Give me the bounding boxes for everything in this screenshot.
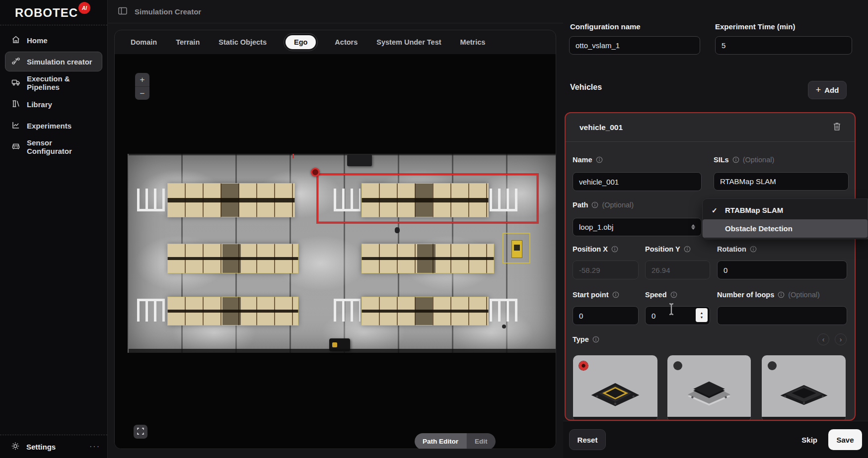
add-vehicle-button[interactable]: + Add (808, 81, 847, 99)
delete-vehicle-button[interactable] (831, 121, 843, 134)
info-icon (732, 156, 739, 163)
rack (167, 244, 298, 273)
type-radio[interactable] (673, 361, 682, 370)
more-icon[interactable]: ··· (89, 442, 100, 451)
tab-terrain[interactable]: Terrain (176, 38, 200, 46)
spinner-stepper[interactable]: ▲ ▼ (696, 308, 708, 322)
sidebar-item-sensor-configurator[interactable]: Sensor Configurator (5, 137, 102, 157)
sidebar-item-home[interactable]: Home (5, 30, 102, 50)
vehicle-type-card[interactable] (762, 355, 846, 421)
type-card-footer (762, 417, 846, 421)
carousel-left-button[interactable]: ‹ (817, 333, 829, 345)
panel-toggle-icon[interactable] (118, 6, 128, 17)
start-point-input[interactable] (573, 306, 639, 325)
robot-type-image (681, 373, 737, 409)
viewport-canvas[interactable]: + − (115, 54, 556, 449)
logo: ROBOTEC AI (0, 0, 107, 24)
spin-up-icon[interactable]: ▲ (700, 311, 704, 315)
vehicles-heading: Vehicles (570, 83, 602, 92)
vehicle-type-card[interactable] (573, 355, 657, 421)
spin-down-icon[interactable]: ▼ (700, 315, 704, 320)
config-panel: Configuration name Experiment Time (min)… (563, 0, 868, 458)
info-icon (750, 246, 757, 253)
path-select[interactable]: loop_1.obj (573, 218, 702, 236)
text-cursor (668, 303, 675, 317)
dropdown-item-rtabmap-slam[interactable]: ✓ RTABMap SLAM (703, 201, 868, 219)
tab-actors[interactable]: Actors (335, 38, 358, 46)
carousel-right-button[interactable]: › (835, 333, 847, 345)
books-icon (11, 99, 20, 110)
sidebar-item-label: Execution & Pipelines (27, 74, 96, 91)
path-start-node[interactable] (311, 168, 320, 177)
sidebar-footer: Settings ··· (0, 435, 107, 458)
sils-dropdown-menu: ✓ RTABMap SLAM Obstacle Detection (702, 198, 868, 239)
position-x-input (573, 261, 639, 279)
settings-label[interactable]: Settings (26, 443, 83, 451)
skip-button[interactable]: Skip (791, 436, 828, 444)
configuration-name-label: Configuration name (570, 22, 641, 31)
speed-label: Speed (645, 291, 677, 299)
tab-static-objects[interactable]: Static Objects (218, 38, 267, 46)
zoom-in-button[interactable]: + (135, 73, 149, 86)
rotation-label: Rotation (717, 245, 757, 253)
experiment-time-label: Experiment Time (min) (715, 22, 795, 31)
gear-icon (11, 442, 20, 452)
plus-icon: + (816, 85, 821, 95)
edit-button[interactable]: Edit (466, 433, 496, 449)
tab-system-under-test[interactable]: System Under Test (376, 38, 441, 46)
sidebar-item-label: Home (27, 36, 48, 45)
rack-endcap (137, 299, 165, 322)
fullscreen-button[interactable] (134, 425, 147, 439)
number-of-loops-label: Number of loops (Optional) (717, 291, 820, 299)
rack (167, 297, 298, 326)
vehicle-card: vehicle_001 Name SILs (Optional) RTABMap… (565, 112, 856, 421)
divider (0, 25, 107, 25)
position-x-label: Position X (573, 245, 618, 253)
truck-icon (11, 78, 20, 88)
sidebar-item-library[interactable]: Library (5, 94, 102, 114)
rotation-input[interactable] (717, 261, 847, 279)
tab-ego[interactable]: Ego (286, 35, 316, 49)
experiment-time-input[interactable] (715, 36, 852, 55)
reset-button[interactable]: Reset (569, 429, 606, 450)
number-of-loops-input[interactable] (717, 306, 847, 325)
info-icon (778, 291, 785, 298)
warehouse-map[interactable] (128, 154, 556, 353)
path-editor-button[interactable]: Path Editor (415, 433, 466, 449)
zoom-out-button[interactable]: − (135, 86, 149, 100)
type-card-footer (573, 417, 657, 421)
rack (362, 244, 494, 273)
home-icon (11, 35, 20, 46)
page-title: Simulation Creator (135, 7, 201, 16)
configuration-name-input[interactable] (569, 36, 700, 55)
tab-domain[interactable]: Domain (131, 38, 157, 46)
type-radio-selected[interactable] (579, 361, 588, 370)
robot-object (329, 338, 350, 351)
tab-metrics[interactable]: Metrics (460, 38, 486, 46)
rack-endcap (334, 299, 361, 322)
rack (167, 183, 295, 217)
save-button[interactable]: Save (828, 429, 862, 450)
type-radio[interactable] (768, 361, 777, 370)
sidebar-item-execution-pipelines[interactable]: Execution & Pipelines (5, 73, 102, 93)
car-icon (11, 142, 20, 152)
dropdown-item-obstacle-detection[interactable]: Obstacle Detection (703, 219, 868, 238)
type-carousel-arrows: ‹ › (817, 333, 847, 345)
sidebar-item-simulation-creator[interactable]: Simulation creator (5, 52, 102, 71)
center-column: Simulation Creator Domain Terrain Static… (108, 0, 563, 458)
zoom-controls: + − (135, 73, 149, 100)
vehicle-name-input[interactable] (573, 172, 702, 191)
brand-ai-badge: AI (78, 2, 90, 14)
type-card-footer (667, 417, 751, 421)
sils-select[interactable]: RTABMap SLAM (714, 172, 849, 191)
route-icon (11, 57, 20, 67)
sidebar-item-experiments[interactable]: Experiments (5, 116, 102, 135)
chevron-updown-icon (691, 224, 695, 230)
vehicle-type-card[interactable] (667, 355, 751, 421)
start-point-label: Start point (573, 291, 619, 299)
vehicle-card-header: vehicle_001 (566, 113, 855, 142)
robot-type-image (776, 373, 832, 409)
rack-endcap (490, 299, 517, 322)
brand-name: ROBOTEC (15, 6, 78, 19)
vehicle-path-rectangle[interactable] (317, 174, 538, 223)
